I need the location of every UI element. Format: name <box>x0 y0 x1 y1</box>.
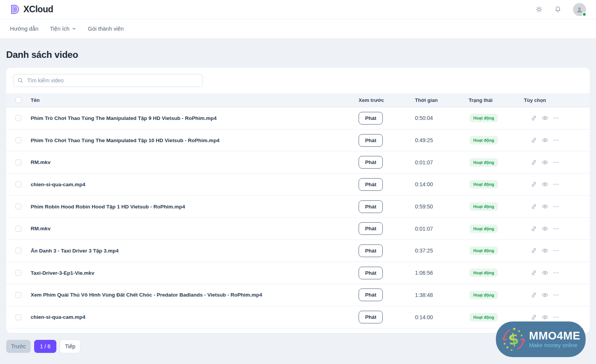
row-actions <box>524 181 590 188</box>
play-button[interactable]: Phát <box>359 267 383 279</box>
ellipsis-icon[interactable] <box>553 314 560 321</box>
eye-icon[interactable] <box>542 203 548 210</box>
play-button[interactable]: Phát <box>359 156 383 169</box>
top-actions <box>535 3 586 16</box>
ellipsis-icon[interactable] <box>553 137 560 144</box>
pagination-next-button[interactable]: Tiếp <box>60 339 81 353</box>
table-row: RM.mkv Phát 0:01:07 Hoạt động <box>6 151 590 174</box>
play-button[interactable]: Phát <box>359 289 383 301</box>
link-icon[interactable] <box>530 159 537 166</box>
notifications-bell-icon[interactable] <box>554 6 561 13</box>
ellipsis-icon[interactable] <box>553 181 560 188</box>
play-button[interactable]: Phát <box>359 222 383 235</box>
nav-item-huong-dan[interactable]: Hướng dẫn <box>10 26 38 32</box>
video-duration: 0:50:04 <box>415 115 469 121</box>
ellipsis-icon[interactable] <box>553 159 560 166</box>
status-badge: Hoạt động <box>469 313 498 321</box>
svg-text:★: ★ <box>506 345 509 349</box>
row-checkbox[interactable] <box>15 270 21 276</box>
table-row: Phim Robin Hood Robin Hood Tập 1 HD Viet… <box>6 196 590 218</box>
table-row: chien-si-qua-cam.mp4 Phát 0:14:00 Hoạt đ… <box>6 174 590 196</box>
table-row: Phim Trò Chơi Thao Túng The Manipulated … <box>6 130 590 152</box>
row-checkbox[interactable] <box>15 203 21 210</box>
link-icon[interactable] <box>530 225 537 232</box>
nav-item-tien-ich[interactable]: Tiện ích <box>50 26 76 32</box>
nav-label: Hướng dẫn <box>10 26 38 32</box>
video-duration: 0:37:25 <box>415 248 469 254</box>
ellipsis-icon[interactable] <box>553 247 560 254</box>
link-icon[interactable] <box>530 115 537 121</box>
eye-icon[interactable] <box>542 159 548 166</box>
search-input[interactable] <box>13 74 203 87</box>
eye-icon[interactable] <box>542 269 548 276</box>
row-checkbox[interactable] <box>15 159 21 166</box>
row-checkbox[interactable] <box>15 314 21 320</box>
table-body: Phim Trò Chơi Thao Túng The Manipulated … <box>6 107 590 328</box>
mmo4me-watermark: ★ ★ ★ ★ ★ ★ $ MMO4ME Make money online <box>496 321 586 357</box>
watermark-subtitle: Make money online <box>529 343 581 349</box>
video-duration: 0:59:50 <box>415 203 469 210</box>
link-icon[interactable] <box>530 269 537 276</box>
svg-text:★: ★ <box>520 334 523 337</box>
row-checkbox[interactable] <box>15 115 21 121</box>
play-button[interactable]: Phát <box>359 178 383 191</box>
ellipsis-icon[interactable] <box>553 203 560 210</box>
link-icon[interactable] <box>530 137 537 144</box>
link-icon[interactable] <box>530 292 537 298</box>
eye-icon[interactable] <box>542 137 548 144</box>
video-name: RM.mkv <box>31 159 359 165</box>
link-icon[interactable] <box>530 203 537 210</box>
ellipsis-icon[interactable] <box>553 269 560 276</box>
watermark-title: MMO4ME <box>529 330 581 342</box>
video-duration: 1:06:56 <box>415 270 469 276</box>
ellipsis-icon[interactable] <box>553 225 560 232</box>
eye-icon[interactable] <box>542 181 548 188</box>
link-icon[interactable] <box>530 314 537 321</box>
video-name: RM.mkv <box>31 226 359 231</box>
eye-icon[interactable] <box>542 314 548 321</box>
user-avatar[interactable] <box>573 3 586 16</box>
video-duration: 0:14:00 <box>415 181 469 187</box>
video-duration: 0:01:07 <box>415 159 469 166</box>
select-all-checkbox[interactable] <box>15 97 21 103</box>
play-button[interactable]: Phát <box>359 311 383 323</box>
row-actions <box>524 203 590 210</box>
eye-icon[interactable] <box>542 115 548 121</box>
play-button[interactable]: Phát <box>359 244 383 257</box>
row-checkbox[interactable] <box>15 248 21 254</box>
svg-text:★: ★ <box>510 348 513 352</box>
row-checkbox[interactable] <box>15 137 21 143</box>
play-button[interactable]: Phát <box>359 200 383 213</box>
ellipsis-icon[interactable] <box>553 292 560 298</box>
row-checkbox[interactable] <box>15 181 21 187</box>
eye-icon[interactable] <box>542 225 548 232</box>
row-checkbox[interactable] <box>15 226 21 232</box>
nav-item-goi-thanh-vien[interactable]: Gói thành viên <box>88 26 124 32</box>
link-icon[interactable] <box>530 181 537 188</box>
row-actions <box>524 314 590 321</box>
theme-toggle-sun-icon[interactable] <box>535 6 543 13</box>
top-bar: XCloud <box>0 0 596 19</box>
row-actions <box>524 159 590 166</box>
table-row: Taxi-Driver-3-Ep1-Vie.mkv Phát 1:06:56 H… <box>6 262 590 284</box>
pagination-prev-button[interactable]: Trước <box>6 340 31 353</box>
play-button[interactable]: Phát <box>359 134 383 147</box>
row-actions <box>524 269 590 276</box>
video-name: chien-si-qua-cam.mp4 <box>31 182 359 187</box>
status-badge: Hoạt động <box>469 225 498 233</box>
video-name: Phim Trò Chơi Thao Túng The Manipulated … <box>31 115 359 121</box>
column-header-options: Tùy chọn <box>524 97 590 103</box>
eye-icon[interactable] <box>542 292 548 298</box>
video-name: Phim Robin Hood Robin Hood Tập 1 HD Viet… <box>31 204 359 210</box>
brand-logo[interactable]: XCloud <box>10 4 53 15</box>
status-badge: Hoạt động <box>469 136 498 144</box>
table-row: Ẩn Danh 3 - Taxi Driver 3 Tập 3.mp4 Phát… <box>6 240 590 262</box>
eye-icon[interactable] <box>542 247 548 254</box>
play-button[interactable]: Phát <box>359 112 383 125</box>
column-header-preview: Xem trước <box>359 97 415 103</box>
link-icon[interactable] <box>530 247 537 254</box>
row-checkbox[interactable] <box>15 292 21 298</box>
ellipsis-icon[interactable] <box>553 115 560 121</box>
pagination-current-page[interactable]: 1 / 6 <box>34 340 56 353</box>
video-name: Xem Phim Quái Thú Vô Hình Vùng Đất Chết … <box>31 292 359 298</box>
